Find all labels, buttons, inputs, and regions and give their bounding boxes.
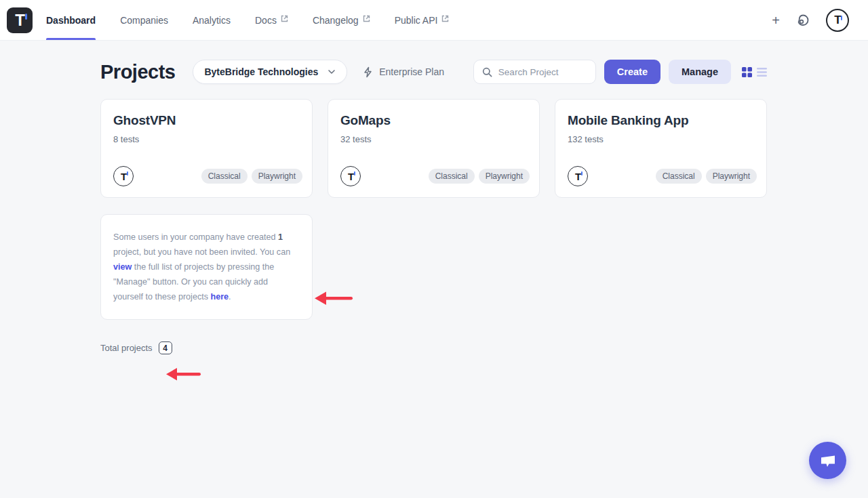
company-selector-value: ByteBridge Technologies (204, 66, 318, 77)
plan-indicator: Enterprise Plan (362, 66, 444, 78)
project-logo-accent (354, 171, 356, 175)
project-card[interactable]: GoMaps 32 tests T ClassicalPlaywright (328, 99, 540, 198)
chat-launcher-button[interactable] (809, 442, 846, 479)
avatar-letter: T (834, 14, 840, 26)
lightning-icon (362, 66, 374, 78)
nav-item-label: Dashboard (46, 15, 96, 26)
invite-notice: Some users in your company have created … (100, 214, 313, 320)
project-card-footer: T ClassicalPlaywright (568, 166, 757, 186)
annotation-arrow-notice (315, 290, 357, 306)
project-logo-accent (127, 171, 129, 175)
badge-classical: Classical (656, 169, 702, 184)
badge-classical: Classical (201, 169, 248, 184)
notice-text-segment: . (229, 292, 231, 302)
app-logo-letter: T (15, 12, 24, 28)
user-avatar[interactable]: T (826, 9, 849, 32)
notice-link-view[interactable]: view (113, 262, 132, 272)
project-test-count: 32 tests (340, 134, 527, 144)
project-logo: T (113, 166, 134, 186)
project-badges: ClassicalPlaywright (656, 169, 757, 184)
badge-playwright: Playwright (706, 169, 757, 184)
nav-item-analytics[interactable]: Analytics (193, 0, 231, 40)
chevron-down-icon (328, 68, 336, 76)
project-test-count: 8 tests (113, 134, 300, 144)
app-logo-accent (25, 14, 27, 20)
search-box (473, 60, 596, 84)
support-icon[interactable] (796, 14, 810, 27)
external-link-icon (281, 15, 288, 22)
project-logo-letter: T (121, 171, 126, 182)
projects-grid: GhostVPN 8 tests T ClassicalPlaywright G… (100, 99, 767, 198)
avatar-accent (841, 16, 843, 20)
invite-notice-text: Some users in your company have created … (113, 230, 300, 304)
project-name: GoMaps (340, 113, 527, 128)
plan-label: Enterprise Plan (379, 66, 444, 77)
top-bar-actions: + T (772, 9, 849, 32)
notice-text-segment: project, but you have not been invited. … (113, 247, 290, 257)
project-logo: T (568, 166, 588, 186)
project-test-count: 132 tests (568, 134, 754, 144)
search-input[interactable] (498, 67, 587, 77)
app-logo[interactable]: T (7, 7, 33, 33)
badge-classical: Classical (429, 169, 475, 184)
nav-item-label: Public API (395, 15, 438, 26)
project-card[interactable]: Mobile Banking App 132 tests T Classical… (555, 99, 767, 198)
project-name: GhostVPN (113, 113, 300, 128)
notice-text-segment: Some users in your company have created (113, 232, 278, 242)
view-toggles (742, 67, 767, 77)
badge-playwright: Playwright (479, 169, 530, 184)
nav-item-label: Docs (255, 15, 277, 26)
project-card[interactable]: GhostVPN 8 tests T ClassicalPlaywright (100, 99, 313, 198)
plus-icon[interactable]: + (772, 14, 780, 27)
notice-text-segment: 1 (278, 232, 283, 242)
external-link-icon (441, 15, 449, 22)
manage-button[interactable]: Manage (669, 60, 731, 84)
search-icon (482, 67, 492, 77)
annotation-arrow-total (166, 367, 204, 381)
nav-item-changelog[interactable]: Changelog (313, 0, 370, 40)
project-logo-letter: T (348, 171, 353, 182)
total-projects-label: Total projects (100, 343, 153, 353)
top-nav: DashboardCompaniesAnalyticsDocsChangelog… (46, 0, 449, 40)
project-badges: ClassicalPlaywright (201, 169, 302, 184)
list-view-icon[interactable] (757, 68, 767, 77)
project-badges: ClassicalPlaywright (429, 169, 530, 184)
nav-item-docs[interactable]: Docs (255, 0, 288, 40)
grid-view-icon[interactable] (742, 67, 752, 77)
project-card-footer: T ClassicalPlaywright (113, 166, 302, 186)
totals-row: Total projects 4 (100, 341, 767, 354)
notice-link-here[interactable]: here (211, 292, 229, 302)
projects-toolbar: Projects ByteBridge Technologies Enterpr… (100, 60, 767, 84)
page-title: Projects (100, 61, 175, 83)
project-logo-accent (581, 171, 583, 175)
project-logo-letter: T (575, 171, 580, 182)
nav-item-label: Companies (120, 15, 168, 26)
top-bar: T DashboardCompaniesAnalyticsDocsChangel… (0, 0, 868, 41)
main-content: Projects ByteBridge Technologies Enterpr… (100, 41, 767, 354)
project-logo: T (340, 166, 361, 186)
toolbar-actions: Create Manage (473, 60, 767, 84)
nav-item-label: Changelog (313, 15, 359, 26)
project-name: Mobile Banking App (568, 113, 754, 128)
project-card-footer: T ClassicalPlaywright (340, 166, 530, 186)
nav-item-public-api[interactable]: Public API (395, 0, 450, 40)
external-link-icon (363, 15, 370, 22)
badge-playwright: Playwright (252, 169, 302, 184)
create-button[interactable]: Create (604, 60, 660, 84)
nav-item-companies[interactable]: Companies (120, 0, 168, 40)
nav-item-label: Analytics (193, 15, 231, 26)
chat-bubble-icon (819, 453, 837, 469)
notice-text-segment: the full list of projects by pressing th… (113, 262, 274, 302)
total-projects-count: 4 (159, 341, 172, 354)
nav-item-dashboard[interactable]: Dashboard (46, 0, 96, 40)
company-selector[interactable]: ByteBridge Technologies (193, 60, 347, 84)
